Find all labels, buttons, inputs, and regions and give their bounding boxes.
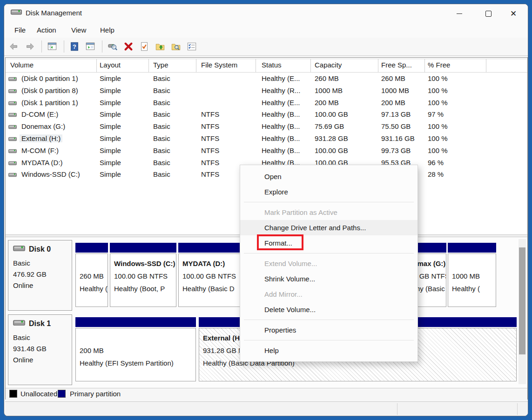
- column-divider[interactable]: [424, 59, 425, 72]
- column-header-file-system[interactable]: File System: [201, 61, 237, 69]
- volume-name: (Disk 1 partition 1): [20, 99, 80, 107]
- volume-row[interactable]: External (H:)SimpleBasicNTFSHealthy (B..…: [6, 133, 527, 146]
- status-bar-divider: [397, 403, 397, 415]
- legend-bar: UnallocatedPrimary partition: [6, 388, 527, 400]
- rescan-disk-icon[interactable]: [107, 40, 119, 53]
- disk-detail: Online: [13, 356, 33, 364]
- partition-body[interactable]: 1000 MBHealthy (: [448, 253, 496, 307]
- volume-row[interactable]: D-COM (E:)SimpleBasicNTFSHealthy (B...10…: [6, 109, 527, 121]
- cell-status: Healthy (B...: [262, 122, 314, 130]
- cell-capacity: 200 MB: [315, 99, 380, 107]
- menu-help[interactable]: Help: [96, 25, 118, 36]
- partition-size: 200 MB: [80, 347, 104, 354]
- partition-block[interactable]: 1000 MBHealthy (: [448, 243, 496, 307]
- checklist-icon[interactable]: [186, 40, 198, 53]
- column-header-type[interactable]: Type: [153, 61, 168, 69]
- cell-status: Healthy (B...: [262, 134, 314, 142]
- menu-item-explore[interactable]: Explore: [240, 184, 418, 200]
- partition-body[interactable]: Windows-SSD (C:)100.00 GB NTFSHealthy (B…: [110, 253, 176, 307]
- menu-action[interactable]: Action: [33, 25, 60, 36]
- menu-item-delete-volume[interactable]: Delete Volume...: [240, 302, 418, 317]
- column-header-status[interactable]: Status: [262, 61, 282, 69]
- cell-type: Basic: [153, 74, 199, 82]
- column-header--free[interactable]: % Free: [428, 61, 450, 69]
- folder-up-icon[interactable]: [154, 40, 166, 53]
- partition-status: Healthy (Basic D: [182, 285, 235, 293]
- partition-block[interactable]: 200 MBHealthy (EFI System Partition): [75, 317, 196, 381]
- cell-layout: Simple: [100, 159, 151, 167]
- volume-row[interactable]: M-COM (F:)SimpleBasicNTFSHealthy (B...10…: [6, 146, 527, 158]
- volume-row[interactable]: (Disk 1 partition 1)SimpleBasicHealthy (…: [6, 98, 527, 110]
- cell-pct_free: 28 %: [428, 170, 484, 178]
- cell-layout: Simple: [100, 87, 151, 94]
- legend-swatch: [58, 390, 66, 398]
- cell-capacity: 931.28 GB: [315, 134, 380, 142]
- title-bar[interactable]: Disk Management ✕: [4, 4, 528, 23]
- close-icon: ✕: [510, 10, 517, 18]
- cell-capacity: 100.00 GB: [315, 110, 380, 118]
- forward-icon[interactable]: [24, 40, 36, 53]
- partition-size: 1000 MB: [452, 272, 480, 280]
- console-tree-icon[interactable]: [46, 40, 58, 53]
- column-header-layout[interactable]: Layout: [100, 61, 121, 69]
- help-icon[interactable]: ?: [68, 40, 81, 53]
- column-divider[interactable]: [96, 59, 97, 72]
- volume-row[interactable]: (Disk 0 partition 8)SimpleBasicHealthy (…: [6, 86, 527, 98]
- column-divider[interactable]: [148, 59, 149, 72]
- validate-icon[interactable]: [138, 40, 150, 53]
- cell-free: 97.13 GB: [381, 110, 425, 118]
- disk-label: Disk 0: [13, 245, 51, 253]
- volume-row[interactable]: (Disk 0 partition 1)SimpleBasicHealthy (…: [6, 73, 527, 86]
- menu-item-open[interactable]: Open: [240, 169, 418, 184]
- partition-color-band: [110, 243, 176, 253]
- volume-name: (Disk 0 partition 1): [20, 74, 80, 82]
- partition-name: External (H:): [203, 334, 244, 342]
- maximize-button[interactable]: [478, 4, 499, 23]
- partition-body[interactable]: 260 MBHealthy (: [75, 253, 108, 307]
- menu-item-help[interactable]: Help: [240, 343, 418, 358]
- cell-status: Healthy (R...: [262, 87, 314, 94]
- back-icon[interactable]: [8, 40, 20, 53]
- menu-separator: [244, 253, 414, 253]
- delete-icon[interactable]: [122, 40, 135, 53]
- column-header-free-sp-[interactable]: Free Sp...: [381, 61, 412, 69]
- disk-detail: Basic: [13, 333, 30, 341]
- menu-file[interactable]: File: [11, 25, 29, 36]
- disk-info-panel[interactable]: Disk 1Basic931.48 GBOnline: [8, 314, 72, 385]
- cell-layout: Simple: [100, 134, 151, 142]
- disk-icon: [13, 320, 25, 328]
- menu-item-change-drive-letter-and-paths[interactable]: Change Drive Letter and Paths...: [240, 220, 418, 235]
- cell-free: 1000 MB: [381, 87, 425, 94]
- column-header-capacity[interactable]: Capacity: [315, 61, 342, 69]
- partition-body[interactable]: 200 MBHealthy (EFI System Partition): [75, 328, 196, 381]
- partition-status: Healthy (: [80, 285, 108, 293]
- cell-status: Healthy (B...: [262, 110, 314, 118]
- vertical-scrollbar[interactable]: [519, 239, 526, 384]
- toolbar-separator: [41, 40, 42, 53]
- disk-info-panel[interactable]: Disk 0Basic476.92 GBOnline: [8, 240, 72, 311]
- folder-search-icon[interactable]: [170, 40, 182, 53]
- menu-view[interactable]: View: [67, 25, 90, 36]
- menu-item-shrink-volume[interactable]: Shrink Volume...: [240, 271, 418, 287]
- column-divider[interactable]: [486, 59, 486, 72]
- partition-block[interactable]: 260 MBHealthy (: [75, 243, 108, 307]
- minimize-button[interactable]: [449, 4, 470, 23]
- column-divider[interactable]: [196, 59, 196, 72]
- menu-item-format[interactable]: Format...: [240, 235, 418, 251]
- action-pane-icon[interactable]: [84, 40, 96, 53]
- cell-free: 75.50 GB: [381, 122, 425, 130]
- disk-name: Disk 0: [29, 245, 51, 253]
- column-divider[interactable]: [310, 59, 311, 72]
- cell-pct_free: 100 %: [428, 122, 484, 130]
- close-button[interactable]: ✕: [503, 4, 524, 23]
- volume-row[interactable]: Donemax (G:)SimpleBasicNTFSHealthy (B...…: [6, 121, 527, 133]
- column-divider[interactable]: [256, 59, 256, 72]
- scrollbar-thumb[interactable]: [519, 247, 525, 354]
- volume-name: (Disk 0 partition 8): [20, 87, 80, 94]
- volume-name: MYDATA (D:): [20, 159, 65, 167]
- menu-item-properties[interactable]: Properties: [240, 322, 418, 338]
- column-divider[interactable]: [378, 59, 378, 72]
- partition-block[interactable]: Windows-SSD (C:)100.00 GB NTFSHealthy (B…: [110, 243, 176, 307]
- column-header-volume[interactable]: Volume: [10, 61, 34, 69]
- volume-icon: [8, 99, 17, 107]
